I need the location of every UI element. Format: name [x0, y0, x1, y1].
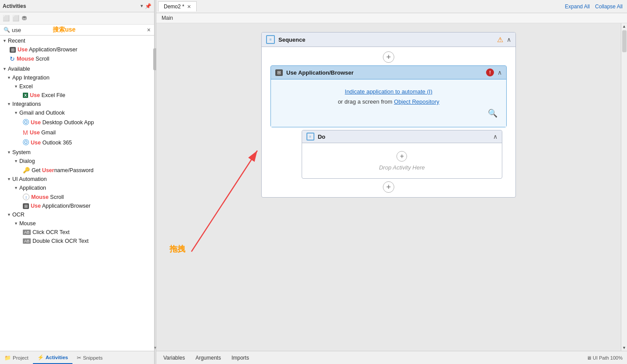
ocr-mouse-label: Mouse [19, 220, 36, 227]
canvas-bottom-bar: Variables Arguments Imports 🖥 UI Path 10… [156, 351, 627, 364]
panel-header: Activities ▾ 📌 [0, 0, 154, 12]
use-app-collapse-icon[interactable]: ∧ [497, 69, 502, 76]
mouse-scroll-label: Mouse Scroll [31, 194, 64, 200]
do-header: ≡ Do ∧ [302, 130, 502, 143]
sequence-icon: ≡ [266, 35, 275, 44]
clear-search-button[interactable]: × [147, 26, 151, 33]
use-app-body: Indicate application to automate (I) or … [271, 79, 506, 127]
outlook-icon: Ⓞ [23, 119, 29, 126]
search-icon: 🔍 [4, 27, 10, 33]
scroll-thumb[interactable] [622, 30, 627, 52]
uipath-logo: 🖥 UI Path 100% [587, 355, 623, 360]
snippets-tab[interactable]: ✂ Snippets [72, 351, 107, 364]
add-in-do-button[interactable]: + [396, 151, 407, 162]
excel-header[interactable]: ▼ Excel [0, 82, 154, 91]
use-gmail-item[interactable]: M Use Gmail [0, 128, 154, 137]
use-app-browser-recent-icon: ⊞ [10, 47, 16, 53]
left-panel-bottom-tabs: 📁 Project ⚡ Activities ✂ Snippets [0, 351, 154, 364]
sequence-body: + ⊞ Use Application/Browser ! ∧ [262, 47, 515, 197]
search-input[interactable] [12, 27, 145, 33]
application-chevron-icon: ▼ [14, 186, 18, 190]
project-tab[interactable]: 📁 Project [0, 351, 33, 364]
sequence-block: ≡ Sequence ⚠ ∧ + ⊞ [261, 32, 516, 198]
indicate-app-link[interactable]: Indicate application to automate (I) [345, 88, 432, 95]
use-outlook-365-label: Use Outlook 365 [31, 140, 72, 146]
ocr-mouse-header[interactable]: ▼ Mouse [0, 219, 154, 228]
app-integration-chevron-icon: ▼ [7, 76, 11, 80]
ocr-header[interactable]: ▼ OCR [0, 210, 154, 219]
do-body: + Drop Activity Here [302, 143, 502, 178]
available-chevron-icon: ▼ [3, 67, 7, 71]
use-app-browser-item[interactable]: ⊞ Use Application/Browser [0, 202, 154, 210]
do-collapse-icon[interactable]: ∧ [493, 133, 497, 140]
copy-icon[interactable]: ⬜ [3, 15, 10, 22]
add-activity-bottom-button[interactable]: + [383, 181, 394, 193]
drop-activity-hint: Drop Activity Here [379, 164, 425, 171]
mouse-scroll-recent-item[interactable]: ↻ Mouse Scroll [0, 54, 154, 64]
system-chevron-icon: ▼ [7, 150, 11, 155]
collapse-all-button[interactable]: Collapse All [592, 4, 625, 10]
use-app-browser-recent-item[interactable]: ⊞ Use Application/Browser [0, 45, 154, 54]
panel-toolbar: ⬜ ⬜ ⛃ [0, 12, 154, 25]
pin-icon[interactable]: 📌 [145, 3, 151, 9]
click-ocr-icon: AB [23, 230, 31, 235]
dialog-chevron-icon: ▼ [14, 159, 18, 163]
double-click-ocr-label: Double Click OCR Text [32, 238, 89, 244]
integrations-label: Integrations [12, 101, 41, 107]
demo2-tab-close-icon[interactable]: ✕ [187, 4, 191, 10]
recent-header[interactable]: ▼ Recent [0, 36, 154, 45]
variables-tab[interactable]: Variables [158, 351, 190, 364]
get-username-label: Get Username/Password [32, 167, 94, 173]
available-section: ▼ Available ▼ App Integration ▼ Excel [0, 65, 154, 245]
scroll-down-arrow-icon[interactable]: ▼ [622, 346, 626, 350]
snippets-icon: ✂ [77, 355, 81, 361]
double-click-ocr-icon: AB [23, 238, 31, 244]
recent-section: ▼ Recent ⊞ Use Application/Browser ↻ Mou… [0, 36, 154, 65]
canvas-scrollbar[interactable]: ▲ ▼ [621, 23, 627, 351]
use-excel-file-item[interactable]: X Use Excel File [0, 91, 154, 100]
activities-label: Activities [46, 355, 68, 360]
demo2-tab[interactable]: Demo2 * ✕ [158, 1, 197, 11]
arguments-tab[interactable]: Arguments [190, 351, 226, 364]
use-desktop-outlook-label: Use Desktop Outlook App [31, 119, 94, 126]
object-repo-link[interactable]: Object Repository [394, 98, 439, 105]
imports-tab[interactable]: Imports [226, 351, 254, 364]
ui-automation-chevron-icon: ▼ [7, 177, 11, 181]
excel-chevron-icon: ▼ [14, 84, 18, 89]
system-header[interactable]: ▼ System [0, 148, 154, 157]
dialog-header[interactable]: ▼ Dialog [0, 157, 154, 166]
scroll-up-arrow-icon[interactable]: ▲ [622, 24, 626, 29]
ui-automation-header[interactable]: ▼ UI Automation [0, 175, 154, 184]
ocr-label: OCR [12, 212, 25, 218]
integrations-header[interactable]: ▼ Integrations [0, 100, 154, 108]
project-label: Project [13, 355, 29, 360]
snippets-label: Snippets [83, 355, 103, 360]
duplicate-icon[interactable]: ⬜ [12, 15, 19, 22]
use-desktop-outlook-item[interactable]: Ⓞ Use Desktop Outlook App [0, 117, 154, 128]
activities-tab[interactable]: ⚡ Activities [33, 351, 72, 364]
get-username-password-item[interactable]: 🔑 Get Username/Password [0, 166, 154, 175]
dropdown-arrow-icon[interactable]: ▾ [141, 3, 143, 9]
double-click-ocr-item[interactable]: AB Double Click OCR Text [0, 237, 154, 245]
sequence-title: Sequence [278, 36, 494, 43]
sequence-collapse-icon[interactable]: ∧ [507, 36, 511, 43]
click-ocr-text-item[interactable]: AB Click OCR Text [0, 228, 154, 237]
expand-all-button[interactable]: Expand All [562, 4, 593, 10]
application-header[interactable]: ▼ Application [0, 184, 154, 192]
app-integration-header[interactable]: ▼ App Integration [0, 73, 154, 82]
use-app-error-icon: ! [486, 68, 494, 76]
available-header[interactable]: ▼ Available [0, 65, 154, 73]
use-app-browser-label: Use Application/Browser [31, 203, 90, 209]
mouse-scroll-item[interactable]: ↕ Mouse Scroll [0, 192, 154, 202]
search-box: 🔍 搜索use × [0, 25, 154, 36]
gmail-outlook-header[interactable]: ▼ Gmail and Outlook [0, 108, 154, 117]
gmail-outlook-chevron-icon: ▼ [14, 111, 18, 115]
project-icon: 📁 [4, 355, 11, 361]
canvas-area: Demo2 * ✕ Expand All Collapse All Main [156, 0, 627, 364]
panel-title: Activities [3, 3, 139, 9]
add-activity-top-button[interactable]: + [383, 51, 394, 63]
filter-icon[interactable]: ⛃ [22, 15, 27, 22]
use-gmail-label: Use Gmail [30, 130, 56, 136]
do-icon: ≡ [306, 133, 314, 141]
use-outlook-365-item[interactable]: Ⓞ Use Outlook 365 [0, 137, 154, 148]
